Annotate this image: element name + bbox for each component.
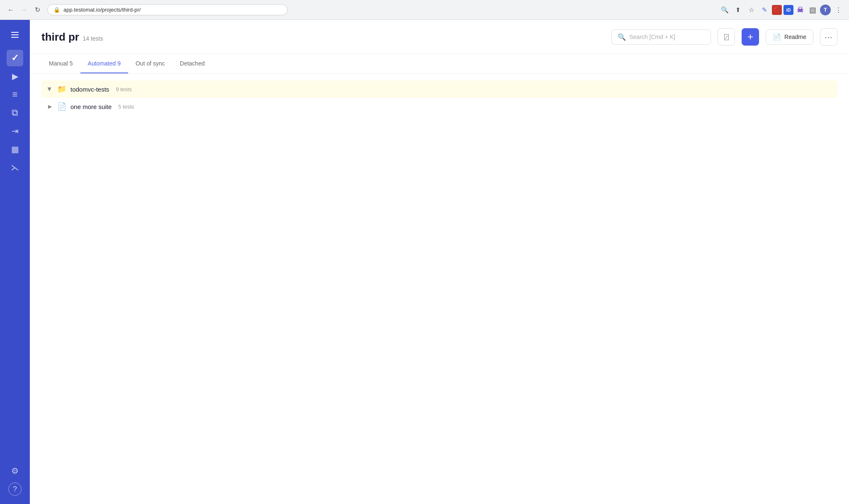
page-title-area: third pr 14 tests: [41, 31, 103, 44]
readme-button[interactable]: 📄 Readme: [766, 29, 813, 45]
test-count-badge: 14 tests: [82, 35, 103, 42]
browser-chrome: ← → ↻ 🔒 app.testomat.io/projects/third-p…: [0, 0, 849, 20]
tab-automated[interactable]: Automated 9: [80, 54, 128, 73]
suite-row-todomvc-tests[interactable]: ▶ 📁 todomvc-tests 9 tests: [41, 80, 837, 98]
suite-name-one-more: one more suite: [70, 103, 112, 110]
lock-icon: 🔒: [53, 7, 60, 13]
readme-label: Readme: [784, 34, 806, 40]
browser-address-bar[interactable]: 🔒 app.testomat.io/projects/third-pr/: [47, 4, 288, 15]
chevron-down-icon: ▶: [47, 86, 53, 92]
search-icon: 🔍: [618, 33, 626, 41]
suite-count-todomvc: 9 tests: [116, 86, 131, 92]
file-icon: 📄: [57, 102, 66, 111]
browser-edit-button[interactable]: ✎: [759, 4, 770, 16]
tab-detached[interactable]: Detached: [172, 54, 212, 73]
extension-ublock-icon[interactable]: 🚫: [772, 5, 782, 15]
hamburger-icon: [11, 32, 19, 38]
suite-count-one-more: 5 tests: [118, 104, 134, 110]
add-button[interactable]: +: [742, 28, 759, 46]
sidebar-item-settings[interactable]: ⚙: [7, 463, 23, 479]
tab-manual[interactable]: Manual 5: [41, 54, 80, 73]
sidebar: ✓ ▶ ≡ ⧉ ⇥ ▦ ⋋ ⚙ ?: [0, 20, 30, 504]
browser-profile-avatar[interactable]: T: [820, 5, 831, 15]
folder-icon: 📁: [57, 85, 66, 94]
browser-forward-button[interactable]: →: [18, 4, 30, 16]
app-container: ✓ ▶ ≡ ⧉ ⇥ ▦ ⋋ ⚙ ? third pr 14 tests 🔍 Se…: [0, 20, 849, 504]
tabs-bar: Manual 5 Automated 9 Out of sync Detache…: [30, 54, 849, 74]
main-header: third pr 14 tests 🔍 Search [Cmd + K] ⍁ +…: [30, 20, 849, 54]
content-area: ▶ 📁 todomvc-tests 9 tests ▶ 📄 one more s…: [30, 74, 849, 504]
more-options-button[interactable]: ···: [820, 28, 837, 46]
sidebar-menu-button[interactable]: [7, 27, 23, 43]
extensions-button[interactable]: ▧: [807, 4, 818, 16]
browser-url: app.testomat.io/projects/third-pr/: [63, 7, 141, 13]
sidebar-item-runs[interactable]: ▶: [7, 68, 23, 85]
browser-share-button[interactable]: ⬆: [732, 4, 744, 16]
project-title: third pr: [41, 31, 79, 43]
more-icon: ···: [825, 32, 833, 42]
suite-name-todomvc: todomvc-tests: [70, 86, 109, 93]
browser-menu-button[interactable]: ⋮: [832, 4, 844, 16]
sidebar-item-suites[interactable]: ≡: [7, 86, 23, 103]
extension-shield-icon[interactable]: ☠: [795, 5, 805, 15]
sidebar-bottom: ⚙ ?: [7, 463, 23, 497]
sidebar-item-help[interactable]: ?: [8, 482, 22, 496]
search-bar[interactable]: 🔍 Search [Cmd + K]: [611, 29, 711, 45]
sidebar-item-git[interactable]: ⋋: [7, 159, 23, 176]
sidebar-item-tests[interactable]: ✓: [7, 50, 23, 66]
add-icon: +: [747, 31, 753, 43]
filter-button[interactable]: ⍁: [718, 28, 735, 46]
sidebar-item-import[interactable]: ⇥: [7, 123, 23, 139]
filter-icon: ⍁: [724, 33, 729, 41]
tab-out-of-sync[interactable]: Out of sync: [128, 54, 172, 73]
search-placeholder: Search [Cmd + K]: [629, 34, 675, 40]
suite-row-one-more-suite[interactable]: ▶ 📄 one more suite 5 tests: [41, 98, 837, 115]
browser-search-button[interactable]: 🔍: [719, 4, 730, 16]
browser-back-button[interactable]: ←: [5, 4, 17, 16]
chevron-right-icon: ▶: [46, 104, 53, 109]
sidebar-item-reports[interactable]: ▦: [7, 141, 23, 158]
extension-id-icon[interactable]: iD: [784, 5, 793, 15]
browser-reload-button[interactable]: ↻: [32, 4, 43, 16]
main-content: third pr 14 tests 🔍 Search [Cmd + K] ⍁ +…: [30, 20, 849, 504]
browser-toolbar-icons: 🔍 ⬆ ☆ ✎ 🚫 iD ☠ ▧ T ⋮: [719, 4, 844, 16]
browser-bookmark-button[interactable]: ☆: [745, 4, 757, 16]
browser-nav-buttons: ← → ↻: [5, 4, 43, 16]
readme-icon: 📄: [773, 33, 781, 41]
sidebar-item-layers[interactable]: ⧉: [7, 104, 23, 121]
